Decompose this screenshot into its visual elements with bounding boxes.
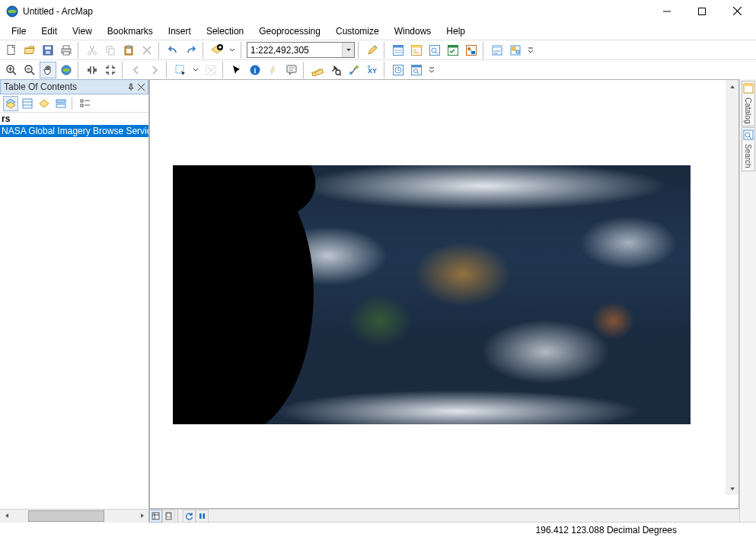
cut-button[interactable] xyxy=(84,42,100,59)
svg-rect-11 xyxy=(63,46,69,49)
maximize-button[interactable] xyxy=(684,0,719,23)
back-button[interactable] xyxy=(128,62,145,78)
add-data-button[interactable] xyxy=(209,42,225,59)
identify-button[interactable]: i xyxy=(247,62,263,78)
toc-button[interactable] xyxy=(390,42,407,59)
map-scale-dropdown[interactable] xyxy=(342,43,354,57)
toc-tree[interactable]: rs NASA Global Imagery Browse Service xyxy=(0,113,148,509)
separator xyxy=(78,42,81,59)
separator xyxy=(241,42,244,59)
html-popup-button[interactable] xyxy=(283,62,300,78)
scroll-track[interactable] xyxy=(13,510,136,523)
add-data-dropdown[interactable] xyxy=(227,43,238,57)
menu-file[interactable]: File xyxy=(5,24,33,38)
pause-drawing-button[interactable] xyxy=(196,510,209,523)
scroll-track[interactable] xyxy=(726,93,738,482)
catalog-tab[interactable]: Catalog xyxy=(742,81,755,126)
layout-view-button[interactable] xyxy=(162,510,175,523)
menu-view[interactable]: View xyxy=(65,24,99,38)
forward-button[interactable] xyxy=(146,62,163,78)
svg-rect-34 xyxy=(448,45,458,47)
open-button[interactable] xyxy=(21,42,38,59)
toc-horizontal-scrollbar[interactable] xyxy=(0,509,148,522)
svg-marker-79 xyxy=(40,100,49,107)
catalog-window-button[interactable] xyxy=(408,42,425,59)
scroll-right-icon[interactable] xyxy=(136,510,148,523)
layers-root[interactable]: rs xyxy=(0,113,148,125)
full-extent-button[interactable] xyxy=(58,62,75,78)
menu-edit[interactable]: Edit xyxy=(34,24,64,38)
data-view-button[interactable] xyxy=(149,510,162,523)
redo-button[interactable] xyxy=(183,42,199,59)
menu-bookmarks[interactable]: Bookmarks xyxy=(100,24,160,38)
scroll-thumb[interactable] xyxy=(28,510,104,522)
toc-options-button[interactable] xyxy=(78,96,93,111)
paste-button[interactable] xyxy=(120,42,137,59)
new-button[interactable] xyxy=(3,42,20,59)
pan-button[interactable] xyxy=(40,62,56,78)
list-by-selection-button[interactable] xyxy=(53,96,69,111)
save-button[interactable] xyxy=(40,42,56,59)
undo-button[interactable] xyxy=(164,42,181,59)
main-area: Table Of Contents rs NASA Global Imagery… xyxy=(0,79,756,522)
measure-button[interactable] xyxy=(309,62,326,78)
scroll-up-icon[interactable] xyxy=(726,80,738,93)
favorites-button[interactable] xyxy=(507,42,524,59)
standard-toolbar xyxy=(0,40,756,59)
copy-button[interactable] xyxy=(102,42,119,59)
hyperlink-button[interactable] xyxy=(265,62,282,78)
print-button[interactable] xyxy=(58,42,75,59)
svg-rect-94 xyxy=(744,84,753,86)
tools-toolbar-options[interactable] xyxy=(426,62,437,77)
fixed-zoom-out-button[interactable] xyxy=(102,62,119,78)
map-vertical-scrollbar[interactable] xyxy=(726,80,738,495)
select-features-dropdown[interactable] xyxy=(190,62,201,77)
menu-help[interactable]: Help xyxy=(439,24,472,38)
list-by-visibility-button[interactable] xyxy=(37,96,52,111)
results-button[interactable] xyxy=(489,42,506,59)
svg-rect-42 xyxy=(512,47,515,50)
select-elements-button[interactable] xyxy=(228,62,245,78)
python-window-button[interactable] xyxy=(445,42,461,59)
close-button[interactable] xyxy=(719,0,754,23)
menu-windows[interactable]: Windows xyxy=(388,24,439,38)
goto-xy-button[interactable]: XY xyxy=(364,62,381,78)
editor-toolbar-button[interactable] xyxy=(364,42,381,59)
zoom-out-button[interactable] xyxy=(21,62,38,78)
pin-icon[interactable] xyxy=(127,83,135,91)
toolbar-options-dropdown[interactable] xyxy=(525,43,536,57)
search-window-button[interactable] xyxy=(426,42,443,59)
svg-rect-29 xyxy=(412,45,422,47)
scroll-left-icon[interactable] xyxy=(0,510,13,523)
menu-selection[interactable]: Selection xyxy=(199,24,250,38)
svg-line-61 xyxy=(340,74,341,75)
zoom-in-button[interactable] xyxy=(3,62,20,78)
map-scale-combo[interactable] xyxy=(247,42,355,58)
menu-customize[interactable]: Customize xyxy=(329,24,386,38)
delete-button[interactable] xyxy=(139,42,155,59)
close-panel-icon[interactable] xyxy=(138,84,145,91)
search-tab[interactable]: Search xyxy=(742,127,755,171)
viewer-window-button[interactable] xyxy=(408,62,425,78)
fixed-zoom-in-button[interactable] xyxy=(84,62,100,78)
modelbuilder-button[interactable] xyxy=(463,42,480,59)
list-by-source-button[interactable] xyxy=(20,96,35,111)
find-button[interactable] xyxy=(327,62,344,78)
menu-geoprocessing[interactable]: Geoprocessing xyxy=(252,24,327,38)
map-horizontal-scrollbar[interactable] xyxy=(209,510,739,522)
refresh-view-button[interactable] xyxy=(183,510,196,523)
svg-rect-6 xyxy=(8,45,14,54)
layer-nasa-gibs[interactable]: NASA Global Imagery Browse Service xyxy=(0,125,148,137)
svg-rect-25 xyxy=(394,45,404,47)
scroll-down-icon[interactable] xyxy=(726,482,738,495)
find-route-button[interactable] xyxy=(346,62,362,78)
svg-rect-86 xyxy=(152,513,159,519)
map-scale-input[interactable] xyxy=(247,44,342,56)
minimize-button[interactable] xyxy=(649,0,684,23)
time-slider-button[interactable] xyxy=(390,62,407,78)
map-canvas[interactable] xyxy=(149,79,739,509)
list-by-drawing-order-button[interactable] xyxy=(3,96,18,111)
clear-selection-button[interactable] xyxy=(203,62,219,78)
menu-insert[interactable]: Insert xyxy=(161,24,198,38)
select-features-button[interactable] xyxy=(172,62,189,78)
